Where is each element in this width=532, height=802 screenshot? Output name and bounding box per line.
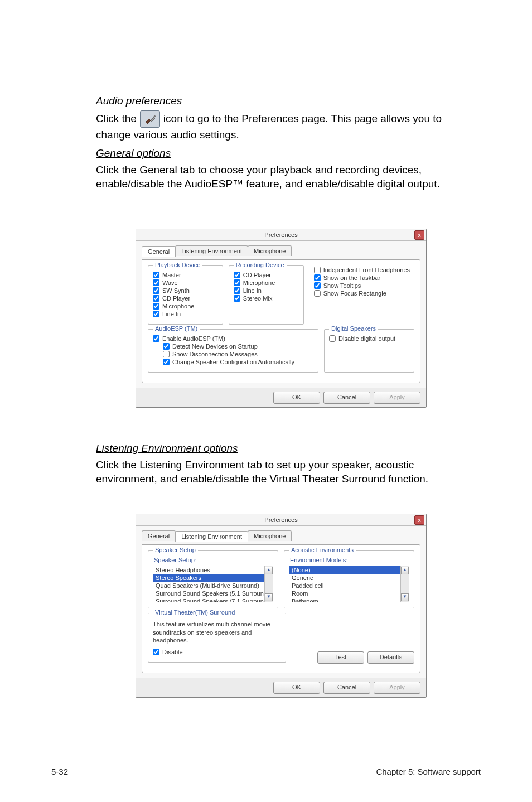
checkbox-microphone[interactable]: Microphone: [153, 303, 218, 310]
listening-environment-body: Click the Listening Environment tab to s…: [96, 458, 466, 486]
apply-button[interactable]: Apply: [374, 392, 420, 404]
checkbox-cd-player[interactable]: CD Player: [153, 295, 218, 302]
group-legend: Playback Device: [153, 262, 202, 268]
checkbox-sw-synth[interactable]: SW Synth: [153, 287, 218, 294]
close-icon[interactable]: x: [414, 230, 424, 240]
checkbox-master[interactable]: Master: [153, 272, 218, 278]
tab-strip: General Listening Environment Microphone: [142, 245, 420, 256]
checkbox-cd-player[interactable]: CD Player: [234, 272, 299, 278]
list-item[interactable]: Stereo Headphones: [153, 566, 273, 574]
preferences-icon: [140, 110, 160, 128]
tab-general[interactable]: General: [142, 530, 176, 541]
defaults-button[interactable]: Defaults: [367, 651, 414, 664]
chapter-label: Chapter 5: Software support: [376, 762, 481, 776]
checkbox-disable-digital-output[interactable]: Disable digital output: [329, 335, 409, 342]
cancel-button[interactable]: Cancel: [323, 392, 370, 404]
screenshot-preferences-general: Preferences x General Listening Environm…: [96, 229, 466, 408]
speaker-setup-label: Speaker Setup:: [154, 557, 273, 563]
text-fragment: Click the: [96, 112, 137, 127]
group-speaker-setup: Speaker Setup Speaker Setup: Stereo Head…: [148, 550, 278, 608]
checkbox-change-speaker-auto[interactable]: Change Speaker Configuration Automatical…: [163, 359, 313, 365]
close-icon[interactable]: x: [414, 515, 424, 525]
dialog-footer: OK Cancel Apply: [136, 388, 426, 407]
page-number: 5-32: [51, 762, 68, 776]
page-content: Audio preferences Click the icon to go t…: [0, 0, 532, 698]
dialog-titlebar: Preferences x: [136, 229, 426, 241]
group-audioesp: AudioESP (TM) Enable AudioESP (TM) Detec…: [148, 329, 318, 373]
tab-microphone[interactable]: Microphone: [248, 245, 292, 256]
environment-models-listbox[interactable]: (None) Generic Padded cell Room Bathroom…: [289, 566, 409, 602]
list-item[interactable]: Room: [289, 590, 409, 597]
checkbox-line-in[interactable]: Line In: [153, 311, 218, 317]
checkbox-independent-front-headphones[interactable]: Independent Front Headphones: [314, 267, 410, 273]
environment-models-label: Environment Models:: [290, 557, 409, 563]
checkbox-line-in[interactable]: Line In: [234, 287, 299, 294]
checkbox-show-focus-rectangle[interactable]: Show Focus Rectangle: [314, 290, 410, 297]
scroll-down-icon[interactable]: ▼: [401, 593, 409, 601]
checkbox-show-disconnection[interactable]: Show Disconnection Messages: [163, 351, 313, 357]
heading-listening-environment: Listening Environment options: [96, 442, 466, 455]
ok-button[interactable]: OK: [273, 682, 320, 694]
screenshot-preferences-listening: Preferences x General Listening Environm…: [96, 514, 466, 698]
checkbox-show-taskbar[interactable]: Show on the Taskbar: [314, 274, 410, 281]
scrollbar[interactable]: ▲ ▼: [264, 566, 273, 602]
apply-button[interactable]: Apply: [374, 682, 420, 694]
speaker-setup-listbox[interactable]: Stereo Headphones Stereo Speakers Quad S…: [153, 566, 273, 602]
checkbox-disable-virtual-theater[interactable]: Disable: [153, 649, 281, 655]
list-item[interactable]: Stereo Speakers: [153, 574, 273, 582]
group-legend: AudioESP (TM): [153, 325, 200, 332]
list-item[interactable]: (None): [289, 566, 409, 574]
group-digital-speakers: Digital Speakers Disable digital output: [324, 329, 414, 373]
list-item[interactable]: Padded cell: [289, 582, 409, 590]
group-legend: Acoustic Environments: [289, 547, 356, 553]
list-item[interactable]: Surround Sound Speakers (5.1 Surround): [153, 590, 273, 597]
checkbox-detect-new-devices[interactable]: Detect New Devices on Startup: [163, 343, 313, 350]
group-legend: Virtual Theater(TM) Surround: [153, 609, 237, 616]
list-item[interactable]: Quad Speakers (Multi-drive Surround): [153, 582, 273, 590]
scroll-down-icon[interactable]: ▼: [265, 593, 273, 601]
tab-listening-environment[interactable]: Listening Environment: [175, 531, 248, 542]
list-item[interactable]: Generic: [289, 574, 409, 582]
tab-listening-environment[interactable]: Listening Environment: [175, 245, 248, 256]
dialog-footer: OK Cancel Apply: [136, 678, 426, 697]
checkbox-stereo-mix[interactable]: Stereo Mix: [234, 295, 299, 302]
tab-strip: General Listening Environment Microphone: [142, 530, 420, 541]
page-footer: 5-32 Chapter 5: Software support: [0, 762, 532, 776]
dialog-title-text: Preferences: [264, 231, 297, 238]
dialog-preferences: Preferences x General Listening Environm…: [136, 229, 427, 408]
cancel-button[interactable]: Cancel: [323, 682, 370, 694]
group-legend: Digital Speakers: [329, 325, 378, 332]
virtual-theater-desc: This feature virtualizes multi-channel m…: [153, 620, 281, 644]
dialog-title-text: Preferences: [264, 516, 297, 523]
ok-button[interactable]: OK: [273, 392, 320, 404]
dialog-preferences: Preferences x General Listening Environm…: [136, 514, 427, 698]
checkbox-enable-audioesp[interactable]: Enable AudioESP (TM): [153, 335, 313, 342]
group-virtual-theater: Virtual Theater(TM) Surround This featur…: [148, 613, 286, 663]
group-playback-device: Playback Device Master Wave SW Synth CD …: [148, 265, 223, 325]
list-item[interactable]: Bathroom: [289, 597, 409, 602]
checkbox-microphone[interactable]: Microphone: [234, 279, 299, 286]
heading-general-options: General options: [96, 147, 466, 160]
text-fragment: icon to go to the Preferences page. This…: [163, 112, 442, 127]
audio-pref-line1: Click the icon to go to the Preferences …: [96, 110, 466, 128]
test-button[interactable]: Test: [317, 651, 364, 664]
audio-pref-line2: change various audio settings.: [96, 128, 466, 142]
scrollbar[interactable]: ▲ ▼: [400, 566, 409, 602]
heading-audio-preferences: Audio preferences: [96, 95, 466, 107]
general-options-body: Click the General tab to choose your pla…: [96, 163, 466, 191]
group-acoustic-environments: Acoustic Environments Environment Models…: [284, 550, 414, 608]
checkbox-wave[interactable]: Wave: [153, 279, 218, 286]
scroll-up-icon[interactable]: ▲: [265, 567, 273, 574]
list-item[interactable]: Surround Sound Speakers (7.1 Surround): [153, 597, 273, 602]
group-legend: Speaker Setup: [153, 547, 198, 553]
group-legend: Recording Device: [234, 262, 287, 268]
group-recording-device: Recording Device CD Player Microphone Li…: [229, 265, 304, 325]
dialog-titlebar: Preferences x: [136, 514, 426, 526]
tab-microphone[interactable]: Microphone: [248, 530, 292, 541]
scroll-up-icon[interactable]: ▲: [401, 567, 409, 574]
tab-general[interactable]: General: [142, 246, 176, 257]
group-display-options: Independent Front Headphones Show on the…: [309, 265, 414, 325]
checkbox-show-tooltips[interactable]: Show Tooltips: [314, 282, 410, 289]
